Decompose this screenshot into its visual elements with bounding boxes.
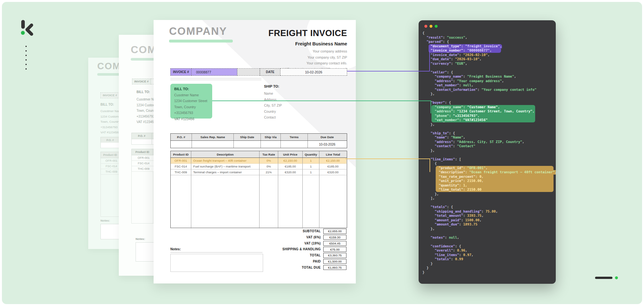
line-item-row: FSC-014Fuel surcharge (BAF) – maritime t… — [171, 164, 347, 169]
total-value: €1,500.00 — [323, 259, 346, 264]
table-cell: 10-03-2026 — [308, 141, 346, 148]
table-cell: Line Total — [319, 151, 346, 158]
po-table: P.O. #Sales Rep. NameShip DateShip ViaTe… — [170, 133, 347, 148]
footer-green-dot — [615, 276, 618, 279]
code-line — [422, 153, 556, 157]
company-logo-text: COMPANY — [169, 25, 227, 37]
code-line: "name": "Name", — [422, 135, 556, 140]
code-line: "line_items": 0.97, — [422, 253, 556, 257]
code-line — [422, 66, 556, 70]
table-cell: Tax Rate — [260, 151, 278, 158]
code-line: "tax_rate_percent": 0, — [422, 175, 556, 179]
brand-logo-chevron-icon — [25, 23, 33, 37]
code-line: "currency": "EUR", — [422, 62, 556, 66]
code-line: "confidence": { — [422, 244, 556, 249]
code-line: "unit_price": 2150.00, — [422, 179, 556, 183]
code-line: "description": "Ocean freight transport … — [422, 170, 556, 175]
table-cell: Terms — [281, 134, 308, 140]
timeline-dot — [25, 55, 27, 56]
total-value: €75.00 — [323, 247, 346, 252]
table-cell — [192, 141, 234, 148]
code-line: { — [422, 31, 556, 35]
code-line: "shipping_and_handling": 75.00, — [422, 209, 556, 214]
table-cell: €320.00 — [278, 169, 303, 175]
code-line: "company_name": "Customer Name", — [422, 105, 556, 110]
table-cell: THC-009 — [171, 169, 191, 175]
code-line: "address": "Address, City, ST ZIP, Count… — [422, 140, 556, 144]
code-line: "result": "success", — [422, 35, 556, 40]
notes-label: Notes: — [170, 247, 181, 251]
table-cell: Fuel surcharge (BAF) – maritime transpor… — [191, 164, 260, 169]
company-logo-underline — [169, 40, 233, 43]
minimize-icon[interactable] — [430, 25, 432, 28]
code-line: "amount_due": 1893.75 — [422, 222, 556, 227]
code-line: "notes": null, — [422, 235, 556, 240]
list-item: Contact — [264, 114, 282, 120]
connector-purple-horizontal — [347, 71, 430, 72]
code-line: "totals": 0.99 — [422, 257, 556, 262]
code-line: "totals": { — [422, 205, 556, 209]
po-table-row: 10-03-2026 — [171, 141, 347, 148]
list-item: 1234 Customer Street — [174, 98, 212, 104]
table-cell: 1 — [303, 164, 319, 169]
notes-underline — [170, 252, 262, 253]
code-line: "invoice_number": "000008877", — [422, 48, 556, 53]
table-cell: 0% — [260, 158, 278, 164]
total-value: €2,655.00 — [323, 229, 346, 234]
items-table-header: Product IDDescriptionTax RateUnit PriceQ… — [171, 151, 347, 158]
invoice-row-filler — [237, 68, 260, 76]
notes-box — [170, 254, 263, 272]
items-table-body: OFR-001Ocean freight transport – 40ft co… — [171, 158, 347, 228]
code-line: }, — [422, 192, 556, 196]
table-cell — [234, 141, 261, 148]
table-cell: OFR-001 — [171, 158, 191, 164]
total-label: PAID — [313, 260, 321, 263]
total-value: €1,893.75 — [323, 265, 346, 270]
table-cell: Ship Via — [261, 134, 281, 140]
bill-to-title: BILL TO: — [174, 87, 212, 91]
brand-logo-bar — [21, 20, 25, 29]
table-cell — [171, 141, 192, 148]
table-cell: €2,150.00 — [278, 158, 303, 164]
footer-pill-mark — [595, 277, 612, 279]
code-line: "product_id": "OFR-001", — [422, 166, 556, 170]
list-item: Your company city, ST ZIP — [283, 54, 347, 61]
table-cell: €2,150.00 — [319, 158, 346, 164]
code-window: { "result": "success", "parsed": { "docu… — [419, 20, 556, 284]
code-line: "address": "Your company address", — [422, 79, 556, 83]
code-line: "company_name": "Freight Business Name", — [422, 74, 556, 79]
code-line: "buyer": { — [422, 100, 556, 105]
code-line: } — [422, 266, 556, 270]
invoice-title: FREIGHT INVOICE — [268, 28, 347, 38]
connector-green-vertical — [431, 100, 431, 113]
table-cell — [278, 175, 303, 228]
code-line — [422, 96, 556, 101]
empty-rows — [171, 175, 347, 228]
list-item: Cusotmer Name — [174, 92, 212, 98]
code-line: "quantity": 1, — [422, 183, 556, 188]
list-item: City, ST ZIP — [264, 102, 282, 109]
table-cell: FSC-014 — [171, 164, 191, 169]
table-cell: Ocean freight transport – 40ft container — [191, 158, 260, 164]
close-icon[interactable] — [424, 25, 427, 28]
code-line: "vat_number": "VAT#123456" — [422, 118, 556, 122]
code-line: } — [422, 270, 556, 275]
total-label: SUBTOTAL — [303, 229, 321, 233]
code-line: ], — [422, 196, 556, 201]
code-line: "contact": "Contact" — [422, 144, 556, 148]
list-item: +313456793 — [174, 110, 212, 116]
total-label: TOTAL DUE — [302, 266, 321, 269]
total-label: VAT (6%) — [306, 235, 321, 239]
table-cell: €185.00 — [278, 164, 303, 169]
date-value: 10-02-2026 — [280, 68, 347, 76]
table-cell — [281, 141, 308, 148]
timeline-dots — [25, 46, 27, 73]
code-line: "invoice_date": "2026-02-10", — [422, 53, 556, 57]
zoom-icon[interactable] — [435, 25, 438, 28]
total-row: SUBTOTAL€2,655.00 — [237, 229, 347, 235]
code-line: }, — [422, 92, 556, 96]
brand-logo-green-dot — [21, 31, 25, 35]
total-value: €504.45 — [323, 241, 346, 246]
timeline-dot — [25, 50, 27, 52]
code-line: "due_date": "2026-03-10", — [422, 57, 556, 62]
